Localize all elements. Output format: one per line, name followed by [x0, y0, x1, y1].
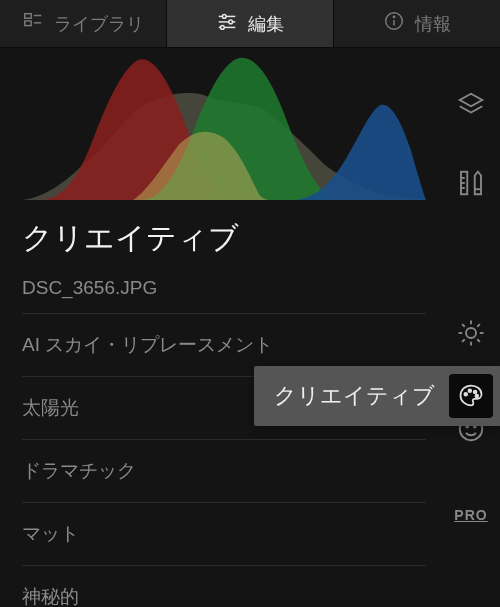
svg-point-18 [466, 328, 476, 338]
tab-edit[interactable]: 編集 [167, 0, 334, 47]
svg-rect-0 [25, 14, 31, 19]
svg-line-23 [462, 324, 465, 327]
tab-bar: ライブラリ 編集 情報 [0, 0, 500, 48]
palette-icon [449, 374, 493, 418]
preset-mystical[interactable]: 神秘的 [22, 566, 426, 607]
svg-point-32 [474, 391, 477, 394]
content-panel: クリエイティブ DSC_3656.JPG AI スカイ・リプレースメント 太陽光… [0, 48, 442, 607]
section-title: クリエイティブ [22, 218, 426, 259]
filename-label: DSC_3656.JPG [22, 277, 426, 314]
svg-line-24 [477, 339, 480, 342]
svg-line-25 [462, 339, 465, 342]
creative-tooltip[interactable]: クリエイティブ [254, 366, 500, 426]
ruler-pencil-icon [456, 168, 486, 202]
preset-matte[interactable]: マット [22, 503, 426, 566]
svg-line-26 [477, 324, 480, 327]
sliders-icon [216, 10, 238, 37]
svg-point-12 [393, 16, 394, 17]
svg-point-5 [222, 15, 226, 19]
pro-button[interactable]: PRO [454, 498, 488, 532]
sun-icon [456, 318, 486, 352]
svg-point-30 [464, 393, 467, 396]
svg-point-7 [229, 20, 233, 24]
svg-rect-1 [25, 21, 31, 26]
tab-info-label: 情報 [415, 12, 451, 36]
layers-icon [456, 90, 486, 124]
tab-library-label: ライブラリ [54, 12, 144, 36]
svg-point-31 [468, 389, 471, 392]
histogram [22, 50, 426, 200]
tab-info[interactable]: 情報 [334, 0, 500, 47]
preset-dramatic[interactable]: ドラマチック [22, 440, 426, 503]
layers-button[interactable] [454, 90, 488, 124]
tab-edit-label: 編集 [248, 12, 284, 36]
tooltip-label: クリエイティブ [274, 381, 435, 411]
pro-label: PRO [454, 507, 487, 523]
tool-rail: PRO [442, 48, 500, 607]
svg-point-9 [221, 26, 225, 30]
crop-button[interactable] [454, 168, 488, 202]
svg-point-33 [475, 395, 478, 398]
info-icon [383, 10, 405, 37]
tab-library[interactable]: ライブラリ [0, 0, 167, 47]
light-button[interactable] [454, 318, 488, 352]
library-icon [22, 10, 44, 37]
